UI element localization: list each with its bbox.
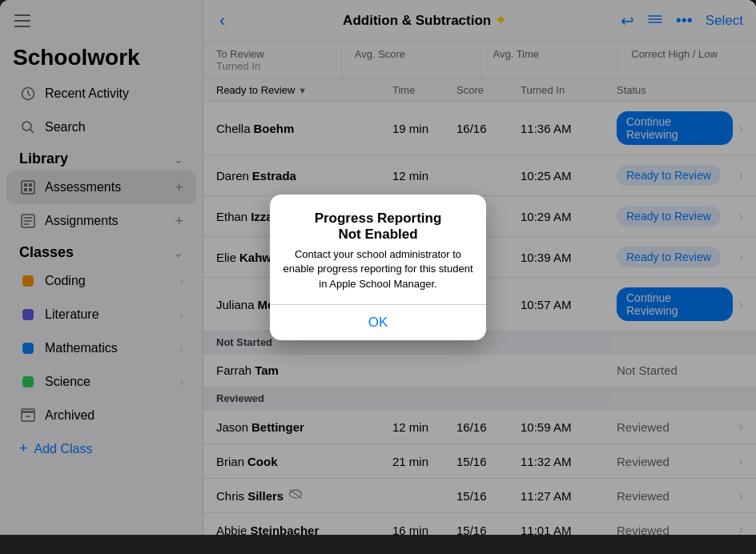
dialog-title: Progress ReportingNot Enabled bbox=[283, 211, 473, 243]
dialog: Progress ReportingNot Enabled Contact yo… bbox=[270, 195, 486, 340]
dialog-overlay: Progress ReportingNot Enabled Contact yo… bbox=[0, 0, 756, 535]
bottom-bar bbox=[0, 535, 756, 554]
dialog-message: Contact your school administrator to ena… bbox=[283, 247, 473, 291]
dialog-actions: OK bbox=[283, 305, 473, 340]
dialog-ok-button[interactable]: OK bbox=[283, 305, 473, 340]
